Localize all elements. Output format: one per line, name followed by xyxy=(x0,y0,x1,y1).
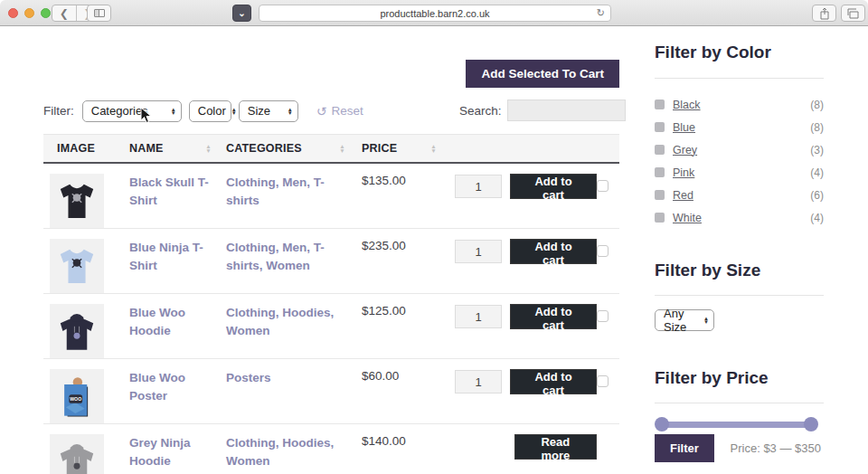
select-cell xyxy=(597,239,619,293)
tshirt-product-thumbnail[interactable] xyxy=(50,174,104,228)
select-value: Color xyxy=(198,104,226,118)
pocket-extension-button[interactable]: ⌄ xyxy=(232,5,251,22)
slider-handle-min[interactable] xyxy=(655,417,669,431)
category-link[interactable]: Women xyxy=(226,324,270,337)
product-name-link[interactable]: Blue Woo Poster xyxy=(129,369,212,404)
back-button[interactable]: ❮ xyxy=(52,5,76,21)
mouse-cursor xyxy=(140,107,154,125)
add-to-cart-button[interactable]: Add to cart xyxy=(510,369,597,394)
color-filter-item: Red(6) xyxy=(655,184,824,206)
category-link[interactable]: Clothing xyxy=(226,175,276,189)
category-link[interactable]: Posters xyxy=(226,371,271,384)
quantity-input[interactable] xyxy=(455,175,502,198)
image-cell xyxy=(43,304,122,358)
divider xyxy=(655,403,824,403)
zoom-window-button[interactable] xyxy=(41,8,51,18)
filter-select-categories[interactable]: Categories▲▼ xyxy=(82,100,182,122)
reload-icon[interactable]: ↻ xyxy=(597,7,605,19)
column-header-price[interactable]: PRICE▲▼ xyxy=(354,142,448,155)
filter-select-size[interactable]: Size▲▼ xyxy=(239,100,298,122)
filter-toolbar: Filter: Categories▲▼Color▲▼Size▲▼ ↺ Rese… xyxy=(43,100,363,122)
category-link[interactable]: Clothing xyxy=(226,436,276,450)
category-link[interactable]: Men xyxy=(282,175,307,189)
tshirt-product-thumbnail[interactable] xyxy=(50,239,104,293)
sort-icon[interactable]: ▲▼ xyxy=(205,144,212,153)
minimize-window-button[interactable] xyxy=(24,8,34,18)
size-select[interactable]: Any Size ▲▼ xyxy=(655,309,714,331)
reset-filters-link[interactable]: ↺ Reset xyxy=(316,104,363,118)
add-to-cart-button[interactable]: Add to cart xyxy=(510,304,597,329)
search-input[interactable] xyxy=(507,100,626,121)
add-to-cart-button[interactable]: Add to cart xyxy=(510,239,597,264)
quantity-input[interactable] xyxy=(455,240,502,263)
product-name-link[interactable]: Grey Ninja Hoodie xyxy=(129,434,212,469)
color-swatch-icon xyxy=(655,213,665,223)
product-name-link[interactable]: Blue Ninja T-Shirt xyxy=(129,239,212,274)
reset-icon: ↺ xyxy=(316,104,327,118)
quantity-input[interactable] xyxy=(455,370,502,393)
filter-by-price-title: Filter by Price xyxy=(655,368,769,388)
sort-icon[interactable]: ▲▼ xyxy=(339,144,345,153)
column-header-name[interactable]: NAME▲▼ xyxy=(122,142,219,155)
column-header-categories[interactable]: CATEGORIES▲▼ xyxy=(219,142,354,155)
row-checkbox[interactable] xyxy=(597,310,609,322)
category-link[interactable]: Clothing xyxy=(226,241,276,254)
poster-product-thumbnail[interactable]: WOO xyxy=(50,369,104,423)
row-checkbox[interactable] xyxy=(597,245,609,257)
filter-by-color-title: Filter by Color xyxy=(655,43,771,62)
category-link[interactable]: Hoodies xyxy=(282,436,330,450)
table-row: WOOBlue Woo PosterPosters$60.00Add to ca… xyxy=(43,359,619,424)
color-filter-count: (4) xyxy=(810,212,824,224)
close-window-button[interactable] xyxy=(8,8,18,18)
quantity-input[interactable] xyxy=(455,305,502,328)
category-link[interactable]: Women xyxy=(226,454,270,468)
color-filter-item: Black(8) xyxy=(655,93,824,116)
color-filter-link[interactable]: Black xyxy=(673,99,701,111)
color-filter-item: Pink(4) xyxy=(655,161,824,184)
product-price: $235.00 xyxy=(362,239,406,252)
color-filter-link[interactable]: Grey xyxy=(673,144,697,156)
table-row: Blue Woo HoodieClothing, Hoodies, Women$… xyxy=(43,294,619,359)
category-link[interactable]: Clothing xyxy=(226,306,276,319)
table-header-row: IMAGENAME▲▼CATEGORIES▲▼PRICE▲▼ xyxy=(43,134,619,164)
add-selected-to-cart-button[interactable]: Add Selected To Cart xyxy=(466,60,619,88)
search-area: Search: xyxy=(459,100,626,121)
slider-handle-max[interactable] xyxy=(804,417,818,431)
category-link[interactable]: Hoodies xyxy=(282,306,330,319)
column-header-label: NAME xyxy=(129,142,164,155)
color-filter-link[interactable]: Blue xyxy=(673,121,695,134)
sidebar-toggle-button[interactable] xyxy=(87,5,111,22)
page-content: Add Selected To Cart Filter: Categories▲… xyxy=(0,26,868,474)
row-checkbox[interactable] xyxy=(597,180,609,192)
hoodie-product-thumbnail[interactable] xyxy=(50,304,104,358)
row-checkbox[interactable] xyxy=(597,375,609,387)
image-cell: WOO xyxy=(43,369,122,423)
color-filter-link[interactable]: Red xyxy=(673,189,693,202)
tab-overview-button[interactable] xyxy=(841,5,865,22)
categories-cell: Clothing, Hoodies, Women xyxy=(219,434,354,474)
filter-select-color[interactable]: Color▲▼ xyxy=(189,100,231,122)
hoodie-product-thumbnail[interactable] xyxy=(50,434,104,474)
select-cell xyxy=(597,369,619,423)
url-text: producttable.barn2.co.uk xyxy=(380,8,489,19)
add-to-cart-button[interactable]: Add to cart xyxy=(510,174,597,199)
category-link[interactable]: Men xyxy=(282,241,307,254)
price-cell: $135.00 xyxy=(354,174,448,228)
name-cell: Black Skull T-Shirt xyxy=(122,174,219,228)
color-filter-link[interactable]: Pink xyxy=(673,166,694,179)
sort-icon[interactable]: ▲▼ xyxy=(430,144,437,153)
read-more-button[interactable]: Read more xyxy=(514,434,597,460)
share-button[interactable] xyxy=(812,5,836,22)
column-header-image: IMAGE xyxy=(43,142,122,155)
category-link[interactable]: Women xyxy=(266,259,310,272)
product-price: $135.00 xyxy=(362,174,406,187)
filter-by-size-title: Filter by Size xyxy=(655,261,760,280)
slider-track[interactable] xyxy=(658,422,815,428)
address-bar[interactable]: producttable.barn2.co.uk ↻ xyxy=(259,5,611,22)
product-name-link[interactable]: Blue Woo Hoodie xyxy=(129,304,212,339)
image-cell xyxy=(43,434,122,474)
color-filter-link[interactable]: White xyxy=(673,212,702,224)
price-filter-button[interactable]: Filter xyxy=(655,434,714,462)
product-name-link[interactable]: Black Skull T-Shirt xyxy=(129,174,212,209)
window-controls xyxy=(8,8,51,18)
